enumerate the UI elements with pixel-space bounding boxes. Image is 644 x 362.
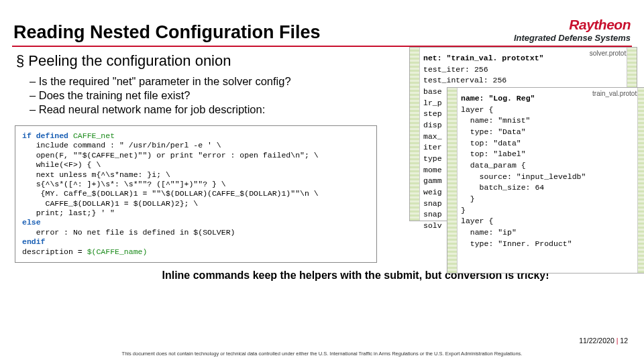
file-line: "Log. Reg" (488, 94, 535, 103)
slide-header: Reading Nested Configuration Files Rayth… (0, 0, 644, 46)
file-line: net: (423, 54, 447, 62)
file-line: max_ (423, 132, 442, 141)
file-line: lr_p (423, 99, 442, 107)
logo-sub: Integrated Defense Systems (514, 33, 631, 43)
export-notice: This document does not contain technolog… (0, 351, 644, 357)
code-line: s{^\s*([^: ]+)\s*: \s*""? ([^""]+)""? } … (22, 180, 226, 188)
file-line: name: "ip" (461, 228, 517, 237)
file-line: step (423, 109, 442, 118)
file-line: weig (423, 188, 442, 196)
footer-date: 11/22/2020 (579, 337, 614, 345)
slide-footer: 11/22/2020 | 12 (579, 337, 628, 345)
code-var: CAFFE_net (73, 131, 115, 140)
file-line: base (423, 87, 442, 96)
file-line: batch_size: 64 (461, 183, 544, 192)
slide-content: Peeling the configuration onion Is the r… (0, 47, 644, 282)
code-line: open(F, ""$(CAFFE_net)"") or print "erro… (22, 151, 319, 160)
file-line: type: "Inner. Product" (461, 239, 572, 248)
file-line: top: "label" (461, 149, 526, 158)
code-line: description = (22, 247, 87, 256)
code-keyword: endif (22, 237, 46, 246)
file-line: iter (423, 143, 442, 152)
code-keyword: else (22, 218, 41, 227)
file-line: } (461, 206, 466, 215)
slide-title: Reading Nested Configuration Files (13, 22, 321, 43)
file-body: name: "Log. Reg" layer { name: "mnist" t… (447, 88, 644, 255)
file-line: type (423, 154, 442, 163)
file-line: snap (423, 210, 442, 219)
file-line: data_param { (461, 161, 526, 170)
file-line: test_interval: 256 (423, 76, 506, 84)
logo-main: Raytheon (514, 17, 631, 33)
file-line: layer { (461, 217, 493, 225)
code-listing: if defined CAFFE_net include command : "… (15, 125, 377, 263)
code-line: {MY. Caffe_$(DOLLAR)1 = ""\$(DOLLAR)(CAF… (22, 189, 319, 198)
train-file-card: train_val.prototxt name: "Log. Reg" laye… (447, 87, 644, 274)
code-line: error : No net file is defined in $(SOLV… (22, 228, 235, 237)
file-line: } (461, 194, 475, 203)
file-line: source: "input_leveldb" (461, 172, 586, 181)
file-line: disp (423, 121, 442, 129)
code-line: CAFFE_$(DOLLAR)1 = $(DOLLAR)2}; \ (22, 199, 198, 208)
file-label: solver.prototxt (590, 49, 631, 59)
file-line: top: "data" (461, 139, 521, 147)
code-line: while(<F>) { \ (22, 160, 101, 169)
file-label: train_val.prototxt (592, 89, 642, 99)
file-line: layer { (461, 105, 493, 114)
footer-page: 12 (620, 337, 628, 345)
file-line: type: "Data" (461, 127, 526, 136)
file-line: test_iter: 256 (423, 65, 488, 74)
file-line: mome (423, 166, 442, 174)
code-var: $(CAFFE_name) (87, 247, 148, 256)
file-line: snap (423, 199, 442, 208)
file-line: gamm (423, 176, 442, 185)
company-logo: Raytheon Integrated Defense Systems (514, 17, 631, 43)
file-line: name: (461, 94, 488, 103)
code-keyword: if defined (22, 131, 73, 140)
code-line: include command : " /usr/bin/perl -e ' \ (22, 141, 221, 149)
code-line: next unless m{^\s*name: }i; \ (22, 170, 170, 179)
file-line: name: "mnist" (461, 116, 531, 125)
code-line: print; last;} ' " (22, 208, 115, 217)
file-line: solv (423, 221, 442, 230)
file-line: "train_val. prototxt" (447, 54, 544, 62)
